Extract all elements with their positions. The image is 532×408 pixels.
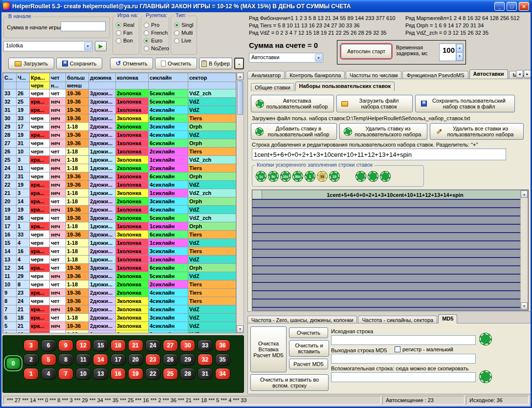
- board-number-34[interactable]: 34: [215, 368, 230, 380]
- bet-list-row[interactable]: [252, 283, 528, 291]
- table-row[interactable]: 418кра...чет1-182дюжи...3колонка3сиклайн…: [3, 330, 236, 334]
- table-row[interactable]: 2731черннеч19-363дюжи...1колонка6сиклайн…: [3, 139, 236, 148]
- board-number-30[interactable]: 30: [180, 340, 195, 351]
- bet-list[interactable]: 1cent+5+6+0+0+2+1+3+10cent+10+11+12+13+1…: [252, 190, 529, 311]
- bet-list-row[interactable]: [252, 266, 528, 275]
- save-button[interactable]: Сохранить: [56, 58, 102, 69]
- board-number-17[interactable]: 17: [111, 354, 126, 365]
- bet-string-input[interactable]: [252, 149, 506, 160]
- board-number-0[interactable]: 0: [6, 357, 21, 369]
- quick-chip-button[interactable]: [368, 172, 378, 181]
- bet-list-row[interactable]: [252, 258, 528, 266]
- undo-button[interactable]: ↺ Отменить: [110, 58, 153, 69]
- board-number-15[interactable]: 15: [93, 340, 108, 351]
- board-number-4[interactable]: 4: [41, 368, 56, 380]
- md5-clear-button[interactable]: Очистить: [289, 327, 328, 338]
- tab-scroll-right-button[interactable]: ►: [524, 70, 531, 78]
- play-button[interactable]: ▶: [95, 41, 107, 51]
- table-row[interactable]: 171кра...неч1-181дюжи...1колонка1сиклайн…: [3, 222, 236, 231]
- add-bet-button[interactable]: Добавить ставку в пользовательский набор: [251, 123, 337, 140]
- board-number-35[interactable]: 35: [215, 354, 230, 365]
- md5-output-input[interactable]: [331, 354, 476, 364]
- bet-list-row[interactable]: [252, 275, 528, 283]
- paste-chip-button[interactable]: [480, 333, 491, 345]
- autospin-start-button[interactable]: Автоспин старт: [341, 44, 392, 59]
- tab-частоты-по-числам[interactable]: Частоты по числам: [346, 71, 401, 79]
- table-row[interactable]: 213кра...неч1-181дюжи...3колонка1сиклайн…: [3, 189, 236, 197]
- table-row[interactable]: 2917черннеч1-182дюжи...2колонка3сиклайнO…: [3, 123, 236, 131]
- board-number-26[interactable]: 26: [163, 354, 178, 365]
- bet-list-row[interactable]: [252, 208, 528, 216]
- table-row[interactable]: 2610чернчет1-181дюжи...1колонка2сиклайнT…: [3, 148, 236, 156]
- board-number-7[interactable]: 7: [58, 368, 73, 380]
- table-row[interactable]: 1826чернчет19-363дюжи...2колонка5сиклайн…: [3, 214, 236, 222]
- board-number-33[interactable]: 33: [198, 340, 213, 351]
- table-row[interactable]: 2819кра...неч19-362дюжи...1колонка4сикла…: [3, 131, 236, 139]
- tab-анализатор[interactable]: Анализатор: [247, 71, 285, 79]
- radio-option-live[interactable]: Live: [174, 37, 193, 44]
- quick-chip-button[interactable]: 10c: [281, 172, 290, 181]
- quick-chip-button[interactable]: 1: [305, 172, 315, 181]
- minimize-button[interactable]: _: [494, 2, 505, 11]
- dropdown-arrow-icon[interactable]: ▼: [84, 42, 91, 50]
- bet-list-row[interactable]: [252, 241, 528, 250]
- board-number-9[interactable]: 9: [58, 340, 73, 351]
- scroll-down-icon[interactable]: ▼: [237, 325, 244, 333]
- table-row[interactable]: 721кра...неч19-362дюжи...3колонка4сиклай…: [3, 305, 236, 314]
- table-row[interactable]: 824чернчет19-362дюжи...3колонка4сиклайнT…: [3, 297, 236, 305]
- table-row[interactable]: 253кра...неч1-181дюжи...3колонка1сиклайн…: [3, 156, 236, 164]
- collapse-button[interactable]: -: [234, 58, 244, 69]
- quick-chip-button[interactable]: 10: [330, 172, 339, 181]
- freqtab-md5[interactable]: MD5: [438, 314, 457, 323]
- spin-down-icon[interactable]: ▼: [456, 52, 463, 61]
- board-number-13[interactable]: 13: [93, 368, 108, 380]
- subtab-наборы-пользовательских-ставок[interactable]: Наборы пользовательских ставок: [295, 82, 395, 91]
- quick-chip-button[interactable]: 1c: [256, 172, 266, 181]
- board-number-36[interactable]: 36: [215, 340, 230, 351]
- radio-option-euro[interactable]: Euro: [144, 37, 169, 44]
- table-row[interactable]: 923кра...неч19-362дюжи...2колонка4сиклай…: [3, 289, 236, 297]
- board-number-12[interactable]: 12: [76, 340, 91, 351]
- tab-scroll-left-button[interactable]: ◄: [516, 70, 523, 78]
- tab-функционал-psevdoms[interactable]: Функционал PsevdoMS: [402, 71, 468, 79]
- table-row[interactable]: 3119кра...неч19-362дюжи...1колонка4сикла…: [3, 106, 236, 114]
- close-button[interactable]: ×: [519, 2, 529, 11]
- radio-option-bon[interactable]: Bon: [116, 37, 134, 44]
- radio-option-fan[interactable]: Fan: [116, 29, 134, 37]
- board-number-18[interactable]: 18: [111, 340, 126, 351]
- md5-lowercase-checkbox[interactable]: регистр - маленький: [395, 346, 453, 352]
- table-row[interactable]: 1234кра...чет19-363дюжи...1колонка6сикла…: [3, 264, 236, 272]
- quick-chip-button[interactable]: 5c: [268, 172, 278, 181]
- board-number-19[interactable]: 19: [128, 368, 143, 380]
- board-number-23[interactable]: 23: [145, 354, 160, 365]
- md5-aux-input[interactable]: [331, 372, 476, 382]
- md5-calc-button[interactable]: Расчет MD5: [289, 359, 328, 369]
- bet-list-row[interactable]: [252, 233, 528, 241]
- bet-list-row[interactable]: [252, 300, 528, 308]
- table-row[interactable]: 134чернчет1-181дюжи...1колонка1сиклайнVd…: [3, 256, 236, 264]
- subtab-общие-ставки[interactable]: Общие ставки: [251, 83, 294, 91]
- table-row[interactable]: 1416кра...чет1-182дюжи...1колонка3сиклай…: [3, 247, 236, 256]
- table-scrollbar[interactable]: ▲ ▼: [236, 72, 244, 333]
- table-row[interactable]: 618кра...чет1-182дюжи...3колонка3сиклайн…: [3, 314, 236, 322]
- scroll-down-icon[interactable]: ▼: [521, 302, 528, 310]
- scroll-up-icon[interactable]: ▲: [237, 73, 244, 80]
- board-number-22[interactable]: 22: [145, 368, 160, 380]
- radio-option-nozero[interactable]: NoZero: [144, 44, 169, 52]
- delay-value[interactable]: 100: [440, 44, 456, 61]
- table-row[interactable]: 3326чернчет19-363дюжи...2колонка5сиклайн…: [3, 89, 236, 98]
- radio-option-multi[interactable]: Multi: [174, 29, 193, 37]
- table-row[interactable]: 154чернчет1-181дюжи...1колонка1сиклайнVd…: [3, 239, 236, 247]
- board-number-24[interactable]: 24: [145, 340, 160, 351]
- scrollbar-thumb[interactable]: [237, 81, 243, 115]
- quick-chip-button[interactable]: 50c: [293, 172, 303, 181]
- board-number-20[interactable]: 20: [128, 354, 143, 365]
- titlebar[interactable]: HelperRoullet 5.3- create helperroullet@…: [0, 0, 532, 12]
- spin-up-icon[interactable]: ▲: [456, 44, 463, 52]
- board-number-6[interactable]: 6: [41, 340, 56, 351]
- bet-list-row[interactable]: [252, 291, 528, 300]
- slot-combo[interactable]: 1slotka ▼: [3, 41, 92, 51]
- quick-chip-button[interactable]: [380, 172, 390, 181]
- table-row[interactable]: 1919кра...неч19-362дюжи...1колонка4сикла…: [3, 206, 236, 214]
- maximize-button[interactable]: □: [507, 2, 517, 11]
